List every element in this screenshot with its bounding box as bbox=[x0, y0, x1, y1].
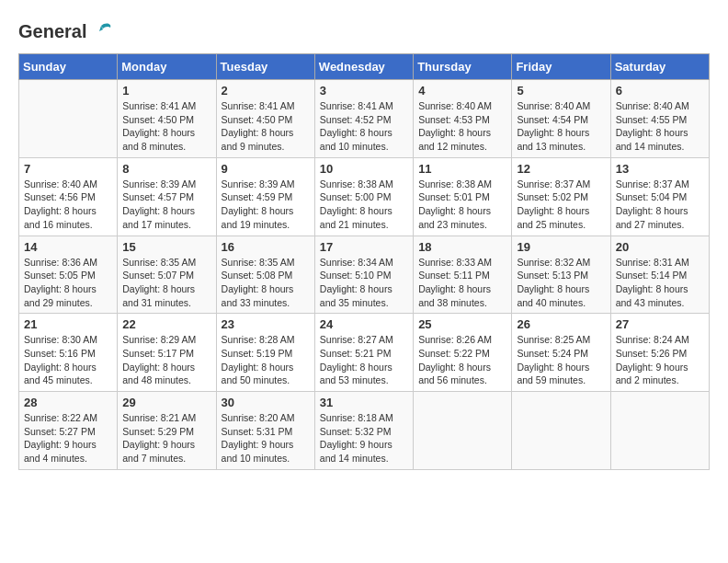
calendar-cell: 7Sunrise: 8:40 AM Sunset: 4:56 PM Daylig… bbox=[19, 157, 118, 236]
calendar-cell: 31Sunrise: 8:18 AM Sunset: 5:32 PM Dayli… bbox=[314, 392, 413, 470]
calendar-table: SundayMondayTuesdayWednesdayThursdayFrid… bbox=[18, 53, 710, 470]
calendar-cell: 22Sunrise: 8:29 AM Sunset: 5:17 PM Dayli… bbox=[118, 314, 216, 392]
calendar-cell: 14Sunrise: 8:36 AM Sunset: 5:05 PM Dayli… bbox=[19, 236, 118, 314]
day-number: 4 bbox=[418, 84, 506, 98]
day-info: Sunrise: 8:40 AM Sunset: 4:55 PM Dayligh… bbox=[616, 99, 704, 154]
day-number: 31 bbox=[320, 396, 408, 409]
day-info: Sunrise: 8:20 AM Sunset: 5:31 PM Dayligh… bbox=[222, 411, 310, 465]
calendar-cell: 17Sunrise: 8:34 AM Sunset: 5:10 PM Dayli… bbox=[314, 236, 413, 314]
calendar-cell: 6Sunrise: 8:40 AM Sunset: 4:55 PM Daylig… bbox=[610, 80, 709, 158]
calendar-cell: 10Sunrise: 8:38 AM Sunset: 5:00 PM Dayli… bbox=[314, 157, 413, 236]
day-number: 16 bbox=[222, 240, 310, 254]
calendar-cell: 13Sunrise: 8:37 AM Sunset: 5:04 PM Dayli… bbox=[610, 157, 709, 236]
day-info: Sunrise: 8:26 AM Sunset: 5:22 PM Dayligh… bbox=[418, 333, 506, 387]
calendar-cell: 4Sunrise: 8:40 AM Sunset: 4:53 PM Daylig… bbox=[414, 80, 512, 158]
day-info: Sunrise: 8:25 AM Sunset: 5:24 PM Dayligh… bbox=[517, 333, 605, 387]
calendar-cell: 16Sunrise: 8:35 AM Sunset: 5:08 PM Dayli… bbox=[216, 236, 314, 314]
day-number: 15 bbox=[122, 240, 210, 254]
calendar-week-row: 7Sunrise: 8:40 AM Sunset: 4:56 PM Daylig… bbox=[19, 157, 710, 236]
logo: General bbox=[18, 18, 114, 44]
day-info: Sunrise: 8:18 AM Sunset: 5:32 PM Dayligh… bbox=[320, 411, 408, 465]
day-number: 7 bbox=[24, 162, 112, 176]
day-info: Sunrise: 8:39 AM Sunset: 4:59 PM Dayligh… bbox=[222, 178, 310, 232]
calendar-week-row: 28Sunrise: 8:22 AM Sunset: 5:27 PM Dayli… bbox=[19, 392, 710, 470]
calendar-cell: 2Sunrise: 8:41 AM Sunset: 4:50 PM Daylig… bbox=[216, 80, 314, 158]
calendar-cell: 26Sunrise: 8:25 AM Sunset: 5:24 PM Dayli… bbox=[512, 314, 610, 392]
day-number: 17 bbox=[320, 240, 408, 254]
day-info: Sunrise: 8:30 AM Sunset: 5:16 PM Dayligh… bbox=[24, 333, 112, 387]
day-number: 1 bbox=[122, 84, 210, 98]
calendar-cell: 9Sunrise: 8:39 AM Sunset: 4:59 PM Daylig… bbox=[216, 157, 314, 236]
day-number: 21 bbox=[24, 317, 112, 331]
day-info: Sunrise: 8:40 AM Sunset: 4:56 PM Dayligh… bbox=[24, 178, 112, 232]
day-number: 26 bbox=[517, 317, 605, 331]
day-header-saturday: Saturday bbox=[610, 54, 709, 80]
calendar-cell: 20Sunrise: 8:31 AM Sunset: 5:14 PM Dayli… bbox=[610, 236, 709, 314]
calendar-cell: 19Sunrise: 8:32 AM Sunset: 5:13 PM Dayli… bbox=[512, 236, 610, 314]
calendar-week-row: 21Sunrise: 8:30 AM Sunset: 5:16 PM Dayli… bbox=[19, 314, 710, 392]
calendar-cell: 30Sunrise: 8:20 AM Sunset: 5:31 PM Dayli… bbox=[216, 392, 314, 470]
calendar-cell: 15Sunrise: 8:35 AM Sunset: 5:07 PM Dayli… bbox=[118, 236, 216, 314]
day-info: Sunrise: 8:41 AM Sunset: 4:52 PM Dayligh… bbox=[320, 99, 408, 154]
day-info: Sunrise: 8:27 AM Sunset: 5:21 PM Dayligh… bbox=[320, 333, 408, 387]
day-info: Sunrise: 8:28 AM Sunset: 5:19 PM Dayligh… bbox=[222, 333, 310, 387]
day-number: 3 bbox=[320, 84, 408, 98]
day-info: Sunrise: 8:24 AM Sunset: 5:26 PM Dayligh… bbox=[616, 333, 704, 387]
calendar-week-row: 14Sunrise: 8:36 AM Sunset: 5:05 PM Dayli… bbox=[19, 236, 710, 314]
day-info: Sunrise: 8:34 AM Sunset: 5:10 PM Dayligh… bbox=[320, 256, 408, 310]
calendar-cell: 8Sunrise: 8:39 AM Sunset: 4:57 PM Daylig… bbox=[118, 157, 216, 236]
day-number: 30 bbox=[222, 396, 310, 409]
day-info: Sunrise: 8:40 AM Sunset: 4:54 PM Dayligh… bbox=[517, 99, 605, 154]
day-number: 5 bbox=[517, 84, 605, 98]
calendar-cell: 1Sunrise: 8:41 AM Sunset: 4:50 PM Daylig… bbox=[118, 80, 216, 158]
day-info: Sunrise: 8:31 AM Sunset: 5:14 PM Dayligh… bbox=[616, 256, 704, 310]
day-header-monday: Monday bbox=[118, 54, 216, 80]
calendar-cell bbox=[414, 392, 512, 470]
day-number: 20 bbox=[616, 240, 704, 254]
calendar-cell bbox=[512, 392, 610, 470]
calendar-cell: 28Sunrise: 8:22 AM Sunset: 5:27 PM Dayli… bbox=[19, 392, 118, 470]
calendar-cell bbox=[19, 80, 118, 158]
day-info: Sunrise: 8:40 AM Sunset: 4:53 PM Dayligh… bbox=[418, 99, 506, 154]
day-info: Sunrise: 8:22 AM Sunset: 5:27 PM Dayligh… bbox=[24, 411, 112, 465]
day-info: Sunrise: 8:35 AM Sunset: 5:08 PM Dayligh… bbox=[222, 256, 310, 310]
day-number: 18 bbox=[418, 240, 506, 254]
calendar-cell: 18Sunrise: 8:33 AM Sunset: 5:11 PM Dayli… bbox=[414, 236, 512, 314]
calendar-week-row: 1Sunrise: 8:41 AM Sunset: 4:50 PM Daylig… bbox=[19, 80, 710, 158]
calendar-cell: 11Sunrise: 8:38 AM Sunset: 5:01 PM Dayli… bbox=[414, 157, 512, 236]
day-number: 28 bbox=[24, 396, 112, 409]
day-number: 11 bbox=[418, 162, 506, 176]
logo-bird-icon bbox=[88, 18, 114, 44]
day-number: 29 bbox=[122, 396, 210, 409]
calendar-header-row: SundayMondayTuesdayWednesdayThursdayFrid… bbox=[19, 54, 710, 80]
calendar-cell: 23Sunrise: 8:28 AM Sunset: 5:19 PM Dayli… bbox=[216, 314, 314, 392]
day-info: Sunrise: 8:38 AM Sunset: 5:01 PM Dayligh… bbox=[418, 178, 506, 232]
day-number: 23 bbox=[222, 317, 310, 331]
day-number: 6 bbox=[616, 84, 704, 98]
calendar-cell: 27Sunrise: 8:24 AM Sunset: 5:26 PM Dayli… bbox=[610, 314, 709, 392]
day-number: 9 bbox=[222, 162, 310, 176]
day-header-tuesday: Tuesday bbox=[216, 54, 314, 80]
calendar-cell bbox=[610, 392, 709, 470]
calendar-cell: 24Sunrise: 8:27 AM Sunset: 5:21 PM Dayli… bbox=[314, 314, 413, 392]
day-info: Sunrise: 8:32 AM Sunset: 5:13 PM Dayligh… bbox=[517, 256, 605, 310]
page-header: General bbox=[18, 18, 710, 44]
day-number: 24 bbox=[320, 317, 408, 331]
day-number: 14 bbox=[24, 240, 112, 254]
calendar-cell: 25Sunrise: 8:26 AM Sunset: 5:22 PM Dayli… bbox=[414, 314, 512, 392]
day-info: Sunrise: 8:36 AM Sunset: 5:05 PM Dayligh… bbox=[24, 256, 112, 310]
day-info: Sunrise: 8:41 AM Sunset: 4:50 PM Dayligh… bbox=[222, 99, 310, 154]
day-info: Sunrise: 8:37 AM Sunset: 5:04 PM Dayligh… bbox=[616, 178, 704, 232]
day-info: Sunrise: 8:33 AM Sunset: 5:11 PM Dayligh… bbox=[418, 256, 506, 310]
day-header-sunday: Sunday bbox=[19, 54, 118, 80]
day-info: Sunrise: 8:21 AM Sunset: 5:29 PM Dayligh… bbox=[122, 411, 210, 465]
day-number: 19 bbox=[517, 240, 605, 254]
day-number: 13 bbox=[616, 162, 704, 176]
day-number: 8 bbox=[122, 162, 210, 176]
day-info: Sunrise: 8:29 AM Sunset: 5:17 PM Dayligh… bbox=[122, 333, 210, 387]
day-info: Sunrise: 8:38 AM Sunset: 5:00 PM Dayligh… bbox=[320, 178, 408, 232]
day-number: 12 bbox=[517, 162, 605, 176]
day-header-friday: Friday bbox=[512, 54, 610, 80]
calendar-cell: 12Sunrise: 8:37 AM Sunset: 5:02 PM Dayli… bbox=[512, 157, 610, 236]
day-info: Sunrise: 8:37 AM Sunset: 5:02 PM Dayligh… bbox=[517, 178, 605, 232]
